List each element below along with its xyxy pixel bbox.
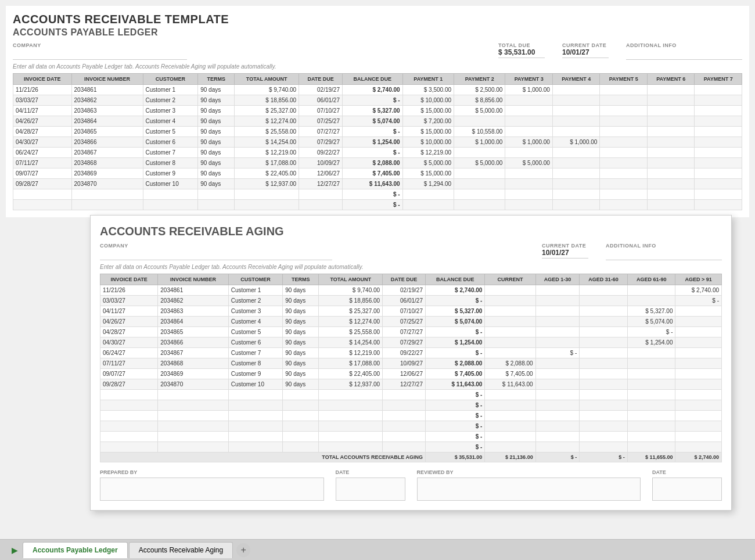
table-cell: $ 12,219.00 [402, 148, 454, 158]
table-cell: Customer 7 [228, 348, 283, 358]
tab-accounts-receivable-aging[interactable]: Accounts Receivable Aging [129, 542, 233, 558]
table-cell [600, 137, 648, 148]
table-row: $ - [100, 421, 722, 432]
table-cell: $ 25,327.00 [319, 306, 383, 317]
table-cell: Customer 6 [228, 338, 283, 348]
table-row: 04/26/272034864Customer 490 days$ 12,274… [100, 317, 722, 327]
table-cell: $ 1,254.00 [425, 338, 484, 348]
table-cell: $ 12,219.00 [235, 148, 299, 158]
table-cell [454, 168, 505, 179]
company-block: COMPANY [13, 42, 187, 60]
table-cell [552, 95, 600, 106]
table-cell [505, 116, 553, 127]
table-cell: $ - [425, 400, 484, 411]
apl-header-row: INVOICE DATE INVOICE NUMBER CUSTOMER TER… [13, 74, 742, 85]
table-cell [600, 95, 648, 106]
ara-th-customer: CUSTOMER [228, 274, 283, 285]
table-cell [695, 148, 742, 158]
table-cell [283, 400, 319, 411]
table-cell: $ - [425, 296, 484, 306]
table-cell [627, 411, 675, 421]
total-cell: $ 21,136.00 [485, 453, 535, 462]
table-cell: $ 9,740.00 [319, 285, 383, 296]
table-cell [627, 285, 675, 296]
prepared-by-box[interactable] [100, 478, 324, 501]
table-cell [485, 317, 535, 327]
table-cell [485, 306, 535, 317]
table-cell [675, 317, 722, 327]
table-cell: $ 5,074.00 [425, 317, 484, 327]
table-cell: 2034864 [158, 317, 228, 327]
tab-accounts-payable-ledger[interactable]: Accounts Payable Ledger [23, 542, 128, 558]
table-cell: Customer 8 [143, 158, 198, 168]
table-cell [485, 400, 535, 411]
table-cell [319, 442, 383, 453]
table-cell [627, 369, 675, 379]
table-cell [675, 411, 722, 421]
ara-header-row: INVOICE DATE INVOICE NUMBER CUSTOMER TER… [100, 274, 722, 285]
table-cell [647, 85, 695, 95]
nav-arrow[interactable]: ▶ [12, 545, 18, 555]
reviewed-by-box[interactable] [417, 478, 641, 501]
table-cell [402, 189, 454, 200]
th-payment7: PAYMENT 7 [695, 74, 742, 85]
table-cell [485, 348, 535, 358]
table-cell: 04/11/27 [13, 106, 72, 116]
table-cell [675, 421, 722, 432]
ara-th-current: CURRENT [485, 274, 535, 285]
reviewed-date-box[interactable] [652, 478, 722, 501]
table-cell: Customer 1 [228, 285, 283, 296]
table-cell [647, 168, 695, 179]
total-cell: $ - [535, 453, 580, 462]
table-cell [675, 390, 722, 400]
table-cell [505, 189, 553, 200]
table-cell: $ 1,254.00 [342, 137, 402, 148]
table-cell [580, 285, 628, 296]
table-cell: $ 25,558.00 [235, 127, 299, 137]
table-cell [100, 442, 158, 453]
table-cell [580, 317, 628, 327]
table-cell: 04/30/27 [13, 137, 72, 148]
table-cell: 09/07/27 [100, 369, 158, 379]
table-cell: 2034861 [71, 85, 143, 95]
prepared-date-box[interactable] [336, 478, 405, 501]
table-cell: 09/22/27 [299, 148, 343, 158]
table-cell: Customer 5 [143, 127, 198, 137]
total-cell: TOTAL ACCOUNTS RECEIVABLE AGING [100, 453, 426, 462]
table-cell [100, 400, 158, 411]
table-cell [627, 296, 675, 306]
table-cell [505, 127, 553, 137]
table-cell [647, 148, 695, 158]
table-cell [695, 200, 742, 210]
apl-section: ACCOUNTS RECEIVABLE TEMPLATE ACCOUNTS PA… [6, 6, 749, 217]
table-cell: $ 25,558.00 [319, 327, 383, 338]
main-content: ACCOUNTS RECEIVABLE TEMPLATE ACCOUNTS PA… [0, 0, 755, 560]
table-cell: $ 11,643.00 [342, 179, 402, 189]
th-date-due: DATE DUE [299, 74, 343, 85]
table-cell: 2034869 [158, 369, 228, 379]
table-cell [319, 411, 383, 421]
table-cell [600, 189, 648, 200]
th-total-amount: TOTAL AMOUNT [235, 74, 299, 85]
table-row: 04/11/272034863Customer 390 days$ 25,327… [100, 306, 722, 317]
ara-th-terms: TERMS [283, 274, 319, 285]
table-cell: $ 12,937.00 [235, 179, 299, 189]
table-cell [228, 421, 283, 432]
table-cell: $ 22,405.00 [319, 369, 383, 379]
table-row: 03/03/272034862Customer 290 days$ 18,856… [100, 296, 722, 306]
table-cell [535, 285, 580, 296]
table-cell: $ 5,327.00 [627, 306, 675, 317]
ara-th-date-due: DATE DUE [383, 274, 426, 285]
table-cell [505, 200, 553, 210]
table-cell [695, 158, 742, 168]
table-cell: $ 2,088.00 [342, 158, 402, 168]
table-cell [647, 179, 695, 189]
table-cell: 09/07/27 [13, 168, 72, 179]
table-cell: 07/25/27 [299, 116, 343, 127]
table-cell: 2034870 [71, 179, 143, 189]
table-cell: $ 5,327.00 [342, 106, 402, 116]
table-cell [13, 189, 72, 200]
table-cell [228, 442, 283, 453]
table-cell: 90 days [198, 106, 235, 116]
add-tab-button[interactable]: + [236, 543, 250, 557]
